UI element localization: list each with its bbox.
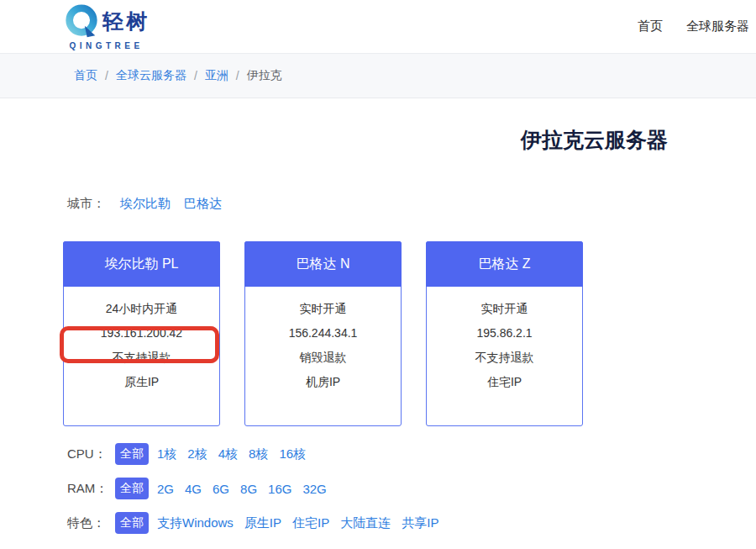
card-provision-time: 24小时内开通 <box>64 297 219 321</box>
feature-filter-label: 特色： <box>67 515 115 531</box>
page-title: 伊拉克云服务器 <box>521 125 756 154</box>
ram-filter-label: RAM： <box>67 481 115 497</box>
cpu-option-4core[interactable]: 4核 <box>218 446 238 462</box>
breadcrumb-home[interactable]: 首页 <box>74 68 97 83</box>
server-card-baghdad-z: 巴格达 Z 实时开通 195.86.2.1 不支持退款 住宅IP <box>426 241 583 426</box>
ram-filter-all-button[interactable]: 全部 <box>115 478 149 499</box>
brand-logo[interactable]: 轻树 QINGTREE <box>63 3 150 50</box>
main-nav: 首页 全球服务器 <box>638 18 749 34</box>
breadcrumb-separator: / <box>105 69 108 82</box>
cpu-filter-label: CPU： <box>67 446 115 462</box>
ram-option-2g[interactable]: 2G <box>157 482 174 496</box>
card-ip-address: 195.86.2.1 <box>427 321 582 346</box>
card-refund-policy: 销毁退款 <box>245 346 401 370</box>
card-refund-policy: 不支持退款 <box>427 346 582 370</box>
brand-name-cn: 轻树 <box>102 11 150 32</box>
card-ip-address: 156.244.34.1 <box>245 321 401 346</box>
ram-option-32g[interactable]: 32G <box>302 482 326 496</box>
brand-name-en: QINGTREE <box>69 41 143 50</box>
cpu-filter-all-button[interactable]: 全部 <box>115 443 149 465</box>
cpu-option-16core[interactable]: 16核 <box>279 446 306 462</box>
card-ip-type: 原生IP <box>64 370 219 394</box>
ram-option-16g[interactable]: 16G <box>268 482 291 496</box>
ram-filter-row: RAM： 全部 2G 4G 6G 8G 16G 32G <box>67 477 756 500</box>
breadcrumb-global-cloud-servers[interactable]: 全球云服务器 <box>116 68 186 83</box>
feature-option-residential-ip[interactable]: 住宅IP <box>292 515 329 531</box>
qingtree-logo-icon <box>63 3 100 40</box>
ram-option-6g[interactable]: 6G <box>213 482 229 496</box>
breadcrumb: 首页 / 全球云服务器 / 亚洲 / 伊拉克 <box>0 54 756 98</box>
cpu-filter-row: CPU： 全部 1核 2核 4核 8核 16核 <box>67 442 756 466</box>
city-option-erbil[interactable]: 埃尔比勒 <box>120 196 171 212</box>
card-provision-time: 实时开通 <box>245 297 401 321</box>
nav-item-home[interactable]: 首页 <box>638 18 663 34</box>
card-ip-type: 住宅IP <box>427 370 582 394</box>
nav-item-global-servers[interactable]: 全球服务器 <box>686 18 749 34</box>
ram-option-8g[interactable]: 8G <box>240 482 257 496</box>
feature-option-windows[interactable]: 支持Windows <box>157 515 234 531</box>
feature-option-mainland-direct[interactable]: 大陆直连 <box>340 515 391 531</box>
card-title-baghdad-n[interactable]: 巴格达 N <box>244 241 402 287</box>
card-ip-address: 193.161.200.42 <box>64 321 219 346</box>
card-body: 实时开通 195.86.2.1 不支持退款 住宅IP <box>427 287 582 394</box>
top-bar: 轻树 QINGTREE 首页 全球服务器 <box>0 0 756 54</box>
breadcrumb-current-iraq: 伊拉克 <box>247 68 282 83</box>
server-cards: 埃尔比勒 PL 24小时内开通 193.161.200.42 不支持退款 原生I… <box>63 241 756 426</box>
card-body: 24小时内开通 193.161.200.42 不支持退款 原生IP <box>64 287 219 394</box>
cpu-option-1core[interactable]: 1核 <box>157 446 176 462</box>
breadcrumb-separator: / <box>236 69 239 82</box>
breadcrumb-asia[interactable]: 亚洲 <box>205 68 228 83</box>
server-card-erbil-pl: 埃尔比勒 PL 24小时内开通 193.161.200.42 不支持退款 原生I… <box>63 241 220 426</box>
feature-filter-row: 特色： 全部 支持Windows 原生IP 住宅IP 大陆直连 共享IP <box>67 511 756 535</box>
city-option-baghdad[interactable]: 巴格达 <box>184 196 222 212</box>
city-filter-row: 城市： 埃尔比勒 巴格达 <box>67 193 756 214</box>
server-card-baghdad-n: 巴格达 N 实时开通 156.244.34.1 销毁退款 机房IP <box>244 241 402 426</box>
card-ip-type: 机房IP <box>245 370 401 394</box>
cpu-option-2core[interactable]: 2核 <box>187 446 207 462</box>
card-title-erbil-pl[interactable]: 埃尔比勒 PL <box>63 241 220 287</box>
card-title-baghdad-z[interactable]: 巴格达 Z <box>426 241 583 287</box>
city-filter-label: 城市： <box>67 196 120 212</box>
card-refund-policy: 不支持退款 <box>64 346 219 370</box>
card-body: 实时开通 156.244.34.1 销毁退款 机房IP <box>245 287 401 394</box>
cpu-option-8core[interactable]: 8核 <box>249 446 268 462</box>
ram-option-4g[interactable]: 4G <box>185 482 202 496</box>
breadcrumb-separator: / <box>194 69 197 82</box>
feature-option-native-ip[interactable]: 原生IP <box>244 515 281 531</box>
card-provision-time: 实时开通 <box>427 297 582 321</box>
feature-option-shared-ip[interactable]: 共享IP <box>402 515 438 531</box>
feature-filter-all-button[interactable]: 全部 <box>115 512 149 534</box>
